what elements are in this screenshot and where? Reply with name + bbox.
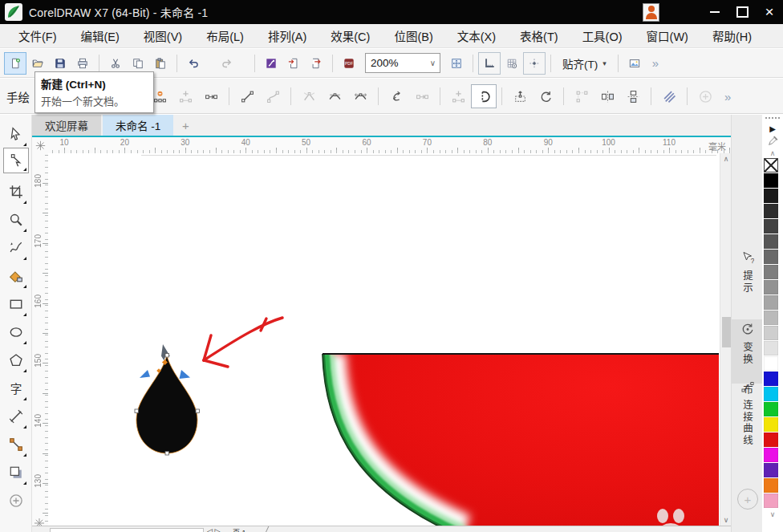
menu-窗口(W)[interactable]: 窗口(W) <box>635 24 700 47</box>
undo-dropdown[interactable] <box>205 52 216 75</box>
menu-排列(A)[interactable]: 排列(A) <box>256 24 318 47</box>
menu-编辑(E)[interactable]: 编辑(E) <box>69 24 132 47</box>
redo-dropdown[interactable] <box>238 52 250 75</box>
watermelon-seed[interactable] <box>135 344 200 455</box>
horizontal-ruler[interactable]: 毫米 102030405060708090100110 <box>48 137 731 154</box>
color-swatch[interactable] <box>764 387 778 401</box>
options-button[interactable] <box>623 52 646 75</box>
color-swatch-none[interactable] <box>764 158 778 173</box>
curve-smoothness-button[interactable] <box>692 84 718 108</box>
color-swatch[interactable] <box>764 189 778 203</box>
text-tool[interactable]: 字 <box>4 374 28 402</box>
zoom-fit-button[interactable] <box>445 52 468 75</box>
delete-node-button[interactable] <box>172 84 198 108</box>
color-swatch[interactable] <box>764 311 778 325</box>
palette-scroll-down-icon[interactable]: ∨ <box>762 509 783 519</box>
color-swatch[interactable] <box>764 417 778 432</box>
color-swatch[interactable] <box>764 295 778 310</box>
color-eyedropper-icon[interactable] <box>762 134 783 148</box>
snap-to-dropdown[interactable]: 贴齐(T)▾ <box>556 52 613 75</box>
color-swatch[interactable] <box>764 356 778 371</box>
cusp-node-button[interactable] <box>296 84 322 108</box>
menu-工具(O)[interactable]: 工具(O) <box>570 24 635 47</box>
smart-fill-tool[interactable] <box>4 262 28 290</box>
crop-tool[interactable] <box>4 177 28 205</box>
redo-button[interactable] <box>216 52 238 75</box>
tab-welcome-screen[interactable]: 欢迎屏幕 <box>32 115 101 136</box>
color-swatch[interactable] <box>764 326 778 340</box>
color-swatch[interactable] <box>764 341 778 355</box>
canvas[interactable] <box>48 153 720 526</box>
menu-帮助(H)[interactable]: 帮助(H) <box>700 24 764 47</box>
property-bar-overflow-icon[interactable]: » <box>718 90 736 104</box>
account-icon[interactable] <box>643 3 659 22</box>
docker-tab-connect-curves[interactable]: 连接曲线 <box>732 380 763 480</box>
color-swatch[interactable] <box>764 433 778 447</box>
add-document-tab[interactable]: + <box>175 115 196 136</box>
dimension-tool[interactable] <box>4 402 28 430</box>
menu-表格(T)[interactable]: 表格(T) <box>508 24 570 47</box>
menu-文本(X)[interactable]: 文本(X) <box>445 24 508 47</box>
reverse-direction-button[interactable] <box>383 84 409 108</box>
search-content-button[interactable] <box>260 52 282 75</box>
convert-to-curve-button[interactable] <box>260 84 286 108</box>
palette-drag-handle[interactable] <box>765 117 780 124</box>
color-swatch[interactable] <box>764 463 778 477</box>
show-rulers-button[interactable] <box>478 52 501 75</box>
page-nav-icons[interactable]: ◁ ▷ <box>207 527 220 532</box>
menu-效果(C)[interactable]: 效果(C) <box>318 24 382 47</box>
drop-shadow-tool[interactable] <box>4 458 28 486</box>
horizontal-scrollbar[interactable] <box>50 528 204 532</box>
join-nodes-button[interactable] <box>198 84 224 108</box>
add-docker-button[interactable]: + <box>737 489 758 510</box>
ellipse-tool[interactable] <box>4 318 28 346</box>
palette-expand-arrow-icon[interactable]: ▶ <box>762 124 783 134</box>
smooth-node-button[interactable] <box>322 84 347 108</box>
ruler-origin-icon[interactable] <box>32 137 48 153</box>
more-tools-button[interactable] <box>4 486 28 514</box>
extend-curve-button[interactable] <box>409 84 435 108</box>
color-swatch[interactable] <box>764 204 778 218</box>
color-swatch[interactable] <box>764 234 778 249</box>
rotate-nodes-button[interactable] <box>533 84 558 108</box>
symmetrical-node-button[interactable] <box>347 84 373 108</box>
menu-视图(V)[interactable]: 视图(V) <box>132 24 194 47</box>
show-grid-button[interactable] <box>501 52 523 75</box>
color-swatch[interactable] <box>764 478 778 493</box>
color-swatch[interactable] <box>764 250 778 264</box>
scrollbar-thumb[interactable] <box>722 317 731 347</box>
import-button[interactable] <box>282 52 305 75</box>
stretch-nodes-button[interactable] <box>507 84 533 108</box>
zoom-tool[interactable] <box>4 205 28 234</box>
color-swatch[interactable] <box>764 265 778 279</box>
menu-布局(L)[interactable]: 布局(L) <box>194 24 256 47</box>
docker-tab-hints[interactable]: ?提示 <box>732 251 763 315</box>
watermelon-slice[interactable] <box>323 354 719 526</box>
show-guidelines-button[interactable] <box>523 52 546 75</box>
extract-subpath-button[interactable] <box>445 84 471 108</box>
menu-文件(F)[interactable]: 文件(F) <box>6 24 69 47</box>
tab-untitled-1[interactable]: 未命名 -1 <box>103 115 173 136</box>
docker-tab-transform[interactable]: 变换 <box>732 319 763 384</box>
vertical-ruler[interactable]: 180170160150140130 <box>32 153 49 526</box>
reflect-horizontal-button[interactable] <box>594 84 620 108</box>
color-swatch[interactable] <box>764 173 778 188</box>
pick-tool[interactable] <box>4 120 28 148</box>
color-swatch[interactable] <box>764 402 778 416</box>
maximize-button[interactable] <box>728 0 756 24</box>
rectangle-tool[interactable] <box>4 290 28 318</box>
new-button[interactable] <box>4 52 26 75</box>
elastic-mode-button[interactable] <box>656 84 682 108</box>
color-swatch[interactable] <box>764 448 778 462</box>
scroll-up-icon[interactable]: ∧ <box>720 153 732 164</box>
color-swatch[interactable] <box>764 493 778 508</box>
minimize-button[interactable] <box>701 0 728 24</box>
menu-位图(B)[interactable]: 位图(B) <box>382 24 444 47</box>
undo-button[interactable] <box>182 52 205 75</box>
connector-tool[interactable] <box>4 430 28 458</box>
reflect-vertical-button[interactable] <box>620 84 646 108</box>
close-button[interactable]: × <box>756 0 783 25</box>
freehand-tool[interactable] <box>4 234 28 262</box>
toolbar-overflow-icon[interactable]: » <box>646 56 663 70</box>
polygon-tool[interactable] <box>4 346 28 374</box>
